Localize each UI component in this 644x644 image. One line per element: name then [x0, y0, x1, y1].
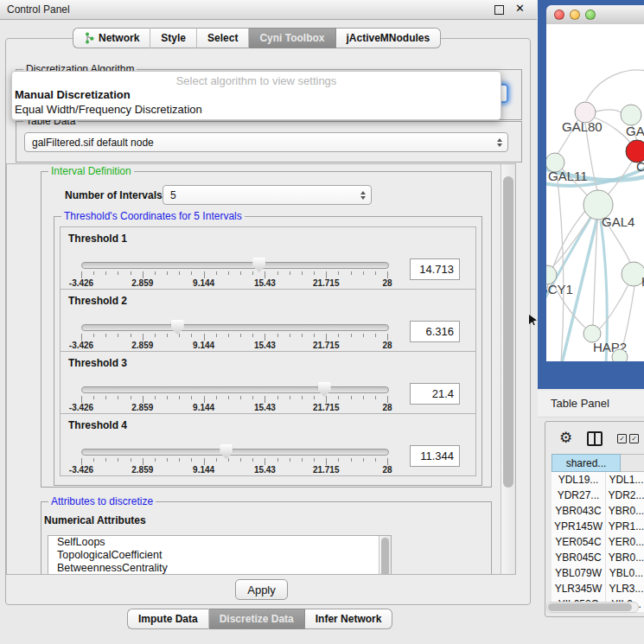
network-edge	[596, 110, 621, 112]
slider-tick	[265, 396, 265, 403]
slider-tick	[228, 458, 229, 462]
threshold-row: Threshold 1-3.4262.8599.14415.4321.71528…	[60, 226, 476, 290]
column-header-shared-name[interactable]: shared...	[552, 454, 621, 472]
slider-tick	[204, 271, 205, 278]
attributes-list-scrollbar-thumb[interactable]	[381, 538, 389, 575]
slider-tick	[302, 271, 303, 275]
table-panel-body: ⚙ ✓ ✓ shared... n... YDL19...YDL1...YDR2…	[545, 421, 644, 617]
attribute-list-item[interactable]: TopologicalCoefficient	[48, 549, 391, 562]
threshold-slider[interactable]	[81, 449, 389, 456]
slider-tick	[93, 396, 94, 399]
slider-tick-label: 9.144	[193, 341, 214, 350]
table-rows: YDL19...YDL1...YDR27...YDR2...YBR043CYBR…	[552, 472, 644, 612]
slider-tick	[93, 271, 94, 275]
slider-tick-label: -3.426	[69, 403, 93, 412]
network-node-label: GCY1	[546, 282, 573, 296]
numerical-attributes-list[interactable]: SelfLoopsTopologicalCoefficientBetweenne…	[48, 535, 392, 575]
close-icon[interactable]: ✕	[515, 2, 525, 15]
slider-tick	[179, 271, 180, 275]
popup-item-equal-width-frequency[interactable]: Equal Width/Frequency Discretization	[15, 103, 202, 116]
attribute-list-item[interactable]: SelfLoops	[48, 536, 391, 549]
slider-tick	[265, 458, 265, 465]
threshold-value-field[interactable]: 14.713	[410, 258, 460, 280]
slider-handle[interactable]	[318, 382, 331, 397]
tab-impute-data[interactable]: Impute Data	[127, 609, 209, 629]
table-panel-header: Table Panel	[538, 391, 644, 418]
threshold-value-field[interactable]: 11.344	[410, 445, 460, 467]
checkbox-icon[interactable]: ✓	[629, 434, 639, 443]
slider-tick	[338, 271, 339, 275]
slider-tick	[387, 334, 388, 341]
slider-tick	[167, 396, 168, 399]
slider-tick-label: -3.426	[69, 278, 93, 288]
threshold-value-field[interactable]: 6.316	[410, 321, 460, 342]
slider-tick	[105, 458, 106, 462]
tab-jactivemnodules[interactable]: jActiveMNodules	[336, 28, 442, 48]
minimize-traffic-light[interactable]	[570, 10, 580, 20]
tab-cyni-toolbox[interactable]: Cyni Toolbox	[249, 28, 335, 48]
slider-tick	[363, 458, 364, 462]
slider-tick	[326, 334, 327, 341]
table-row[interactable]: YBR045CYBR0...	[552, 550, 644, 565]
settings-scroll-viewport: Interval Definition Number of Intervals …	[6, 163, 516, 575]
popup-item-manual-discretization[interactable]: Manual Discretization	[15, 88, 131, 101]
network-canvas[interactable]: GAL80GALCGAL11GAL4GCY1HHAP2	[546, 24, 644, 361]
tab-discretize-data[interactable]: Discretize Data	[209, 609, 305, 629]
tab-infer-network[interactable]: Infer Network	[305, 609, 393, 629]
threshold-slider[interactable]	[81, 386, 389, 393]
attribute-list-item[interactable]: BetweennessCentrality	[48, 562, 391, 575]
network-node[interactable]	[612, 349, 628, 361]
number-of-intervals-combobox[interactable]: 5	[163, 185, 372, 205]
table-hscrollbar[interactable]	[546, 602, 639, 613]
float-window-icon[interactable]	[494, 5, 504, 15]
apply-button[interactable]: Apply	[235, 579, 288, 600]
slider-handle[interactable]	[171, 320, 184, 335]
table-hscrollbar-thumb[interactable]	[548, 603, 632, 611]
table-row[interactable]: YBL079WYBL0...	[552, 565, 644, 581]
slider-tick	[118, 458, 118, 462]
columns-icon[interactable]	[587, 431, 603, 446]
slider-tick	[155, 271, 156, 275]
attributes-title: Attributes to discretize	[48, 495, 156, 507]
table-row[interactable]: YBR043CYBR0...	[552, 503, 644, 519]
threshold-row: Threshold 3-3.4262.8599.14415.4321.71528…	[60, 351, 476, 414]
checkbox-icon[interactable]: ✓	[617, 434, 627, 443]
slider-handle[interactable]	[220, 444, 233, 459]
table-row[interactable]: YDL19...YDL1...	[552, 472, 644, 488]
threshold-slider[interactable]	[81, 262, 389, 269]
network-node[interactable]	[621, 105, 641, 125]
slider-tick	[375, 334, 376, 337]
network-window-titlebar[interactable]	[546, 5, 644, 25]
settings-scrollbar-thumb[interactable]	[503, 176, 513, 488]
attributes-list-scrollbar[interactable]	[379, 536, 391, 575]
slider-tick-label: 2.859	[131, 465, 153, 475]
gear-icon[interactable]: ⚙	[559, 429, 572, 447]
threshold-value-field[interactable]: 21.4	[410, 383, 460, 405]
table-row[interactable]: YDR27...YDR2...	[552, 488, 644, 503]
table-data-value: galFiltered.sif default node	[32, 137, 154, 149]
table-row[interactable]: YLR345WYLR3...	[552, 581, 644, 596]
slider-tick-label: 21.715	[313, 465, 340, 475]
popup-hint: Select algorithm to view settings	[12, 74, 501, 87]
threshold-label: Threshold 4	[68, 419, 127, 431]
table-row[interactable]: YER054CYER0...	[552, 534, 644, 550]
tab-style[interactable]: Style	[150, 28, 197, 48]
threshold-slider[interactable]	[81, 324, 389, 331]
cell-name: YDL1...	[606, 472, 644, 488]
table-row[interactable]: YPR145WYPR1...	[552, 519, 644, 534]
tab-network[interactable]: Network	[73, 28, 150, 48]
slider-handle[interactable]	[252, 258, 265, 272]
table-data-combobox[interactable]: galFiltered.sif default node	[24, 132, 508, 152]
zoom-traffic-light[interactable]	[585, 10, 596, 20]
slider-tick	[118, 334, 118, 337]
control-panel-tabbar: Network Style Select Cyni Toolbox jActiv…	[73, 28, 441, 48]
column-header-name[interactable]: n...	[621, 454, 644, 472]
slider-tick	[118, 396, 118, 399]
slider-tick	[252, 334, 253, 337]
slider-tick	[290, 334, 290, 337]
close-traffic-light[interactable]	[554, 10, 564, 20]
tab-select[interactable]: Select	[197, 28, 249, 48]
settings-scrollbar[interactable]	[501, 164, 515, 574]
cell-shared-name: YER054C	[552, 534, 606, 550]
slider-tick	[216, 271, 217, 275]
